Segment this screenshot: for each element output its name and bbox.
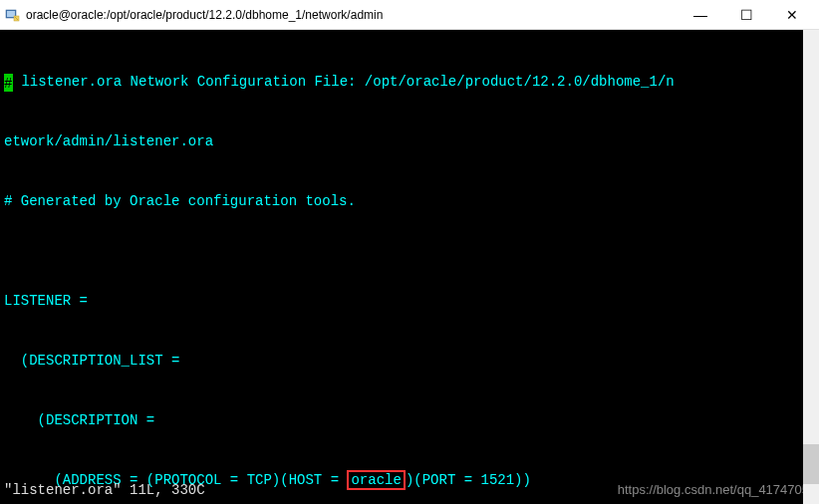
file-line-6: (DESCRIPTION_LIST = [4,351,815,371]
watermark-text: https://blog.csdn.net/qq_4174705 [618,480,809,500]
file-line-2: etwork/admin/listener.ora [4,131,815,151]
window-title: oracle@oracle:/opt/oracle/product/12.2.0… [26,8,678,22]
file-line-5: LISTENER = [4,291,815,311]
putty-icon [4,7,20,23]
file-line-1: # listener.ora Network Configuration Fil… [4,72,815,92]
window-controls: — ☐ ✕ [678,0,815,30]
vertical-scrollbar[interactable] [803,30,819,504]
highlighted-host: oracle [347,470,405,490]
file-line-3: # Generated by Oracle configuration tool… [4,191,815,211]
terminal-area[interactable]: # listener.ora Network Configuration Fil… [0,30,819,504]
cursor-block: # [4,74,13,92]
scrollbar-thumb[interactable] [803,444,819,484]
maximize-button[interactable]: ☐ [723,0,769,30]
close-button[interactable]: ✕ [769,0,815,30]
titlebar: oracle@oracle:/opt/oracle/product/12.2.0… [0,0,819,30]
minimize-button[interactable]: — [678,0,723,30]
file-line-7: (DESCRIPTION = [4,410,815,430]
vi-status-line: "listener.ora" 11L, 330C [4,480,205,500]
